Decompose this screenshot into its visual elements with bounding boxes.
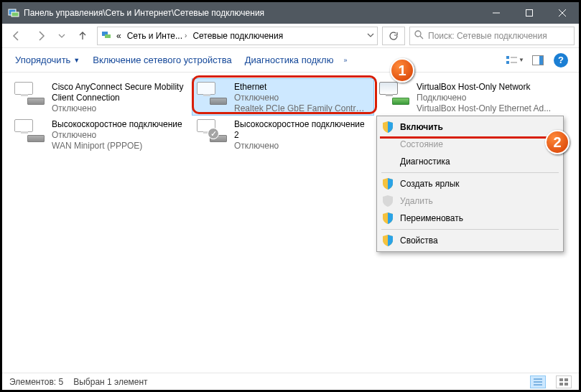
separator xyxy=(381,172,559,173)
search-box[interactable]: Поиск: Сетевые подключения xyxy=(409,27,575,45)
search-placeholder: Поиск: Сетевые подключения xyxy=(428,31,547,41)
nic-icon: ✓ xyxy=(197,119,228,148)
item-device: Realtek PCIe GbE Family Controller xyxy=(234,103,369,114)
shield-icon xyxy=(381,234,394,247)
ctx-properties[interactable]: Свойства xyxy=(378,232,562,249)
status-bar: Элементов: 5 Выбран 1 элемент xyxy=(2,373,579,390)
close-button[interactable] xyxy=(546,2,579,24)
window: Панель управления\Сеть и Интернет\Сетевы… xyxy=(0,0,581,392)
crumb-back[interactable]: « xyxy=(115,29,123,42)
check-icon: ✓ xyxy=(208,128,219,139)
svg-rect-19 xyxy=(559,378,563,381)
address-dropdown[interactable] xyxy=(367,32,374,40)
address-bar-row: « Сеть и Инте...› Сетевые подключения По… xyxy=(2,24,579,48)
shield-icon xyxy=(381,212,394,225)
item-status: Отключено xyxy=(52,130,187,141)
connection-item-ethernet[interactable]: Ethernet Отключено Realtek PCIe GbE Fami… xyxy=(192,78,374,116)
organize-button[interactable]: Упорядочить▼ xyxy=(11,52,84,68)
window-title: Панель управления\Сеть и Интернет\Сетевы… xyxy=(24,8,480,18)
connection-item-broadband2[interactable]: ✓ Высокоскоростное подключение 2 Отключе… xyxy=(192,116,374,153)
maximize-button[interactable] xyxy=(513,2,546,24)
search-icon xyxy=(414,30,424,42)
item-name: Высокоскоростное подключение xyxy=(52,119,187,130)
ctx-enable[interactable]: Включить xyxy=(378,118,562,136)
refresh-button[interactable] xyxy=(382,27,405,45)
item-status: Отключено xyxy=(234,141,369,151)
ctx-diagnose[interactable]: Диагностика xyxy=(378,153,562,170)
ctx-shortcut[interactable]: Создать ярлык xyxy=(378,175,562,192)
svg-point-8 xyxy=(415,31,421,37)
chevron-right-icon: › xyxy=(185,32,187,39)
item-device: WAN Miniport (PPPOE) xyxy=(52,141,187,151)
enable-device-button[interactable]: Включение сетевого устройства xyxy=(88,52,236,68)
window-buttons xyxy=(480,2,579,24)
overflow-button[interactable]: » xyxy=(342,54,348,67)
back-button[interactable] xyxy=(6,27,27,45)
svg-rect-22 xyxy=(564,383,568,386)
svg-rect-1 xyxy=(11,12,19,17)
svg-rect-20 xyxy=(564,378,568,381)
window-icon xyxy=(8,7,19,19)
svg-rect-11 xyxy=(506,61,509,64)
item-status: Отключено xyxy=(52,103,187,114)
item-status: Подключено xyxy=(417,93,552,103)
preview-pane-button[interactable] xyxy=(529,51,547,70)
shield-icon xyxy=(381,195,394,207)
help-icon: ? xyxy=(554,53,568,67)
status-count: Элементов: 5 xyxy=(9,377,63,387)
connection-item-virtualbox[interactable]: VirtualBox Host-Only Network Подключено … xyxy=(374,78,557,116)
svg-rect-3 xyxy=(526,10,533,17)
connection-item-broadband1[interactable]: Высокоскоростное подключение Отключено W… xyxy=(9,116,192,153)
item-status: Отключено xyxy=(234,93,369,103)
status-selection: Выбран 1 элемент xyxy=(73,377,147,387)
svg-line-9 xyxy=(420,36,423,39)
diagnose-button[interactable]: Диагностика подклю xyxy=(241,52,338,68)
toolbar: Упорядочить▼ Включение сетевого устройст… xyxy=(2,48,579,73)
chevron-right-icon: » xyxy=(343,57,347,64)
ctx-rename[interactable]: Переименовать xyxy=(378,210,562,227)
connection-item-cisco[interactable]: Cisco AnyConnect Secure Mobility Client … xyxy=(9,78,192,116)
item-name: VirtualBox Host-Only Network xyxy=(417,82,552,93)
ctx-status: Состояние xyxy=(378,136,562,153)
svg-rect-21 xyxy=(559,383,563,386)
nic-icon xyxy=(379,82,411,111)
up-button[interactable] xyxy=(73,27,93,45)
nic-icon xyxy=(14,119,46,148)
address-box[interactable]: « Сеть и Инте...› Сетевые подключения xyxy=(97,27,378,45)
help-button[interactable]: ? xyxy=(552,51,570,70)
content-area: Cisco AnyConnect Secure Mobility Client … xyxy=(2,73,579,373)
shield-icon xyxy=(381,121,394,134)
icons-view-button[interactable] xyxy=(556,375,572,388)
titlebar: Панель управления\Сеть и Интернет\Сетевы… xyxy=(2,2,579,24)
chevron-down-icon: ▼ xyxy=(73,57,80,64)
history-dropdown[interactable] xyxy=(55,27,68,45)
crumb-1[interactable]: Сеть и Инте...› xyxy=(126,29,189,42)
minimize-button[interactable] xyxy=(480,2,513,24)
nic-icon xyxy=(197,82,228,111)
forward-button[interactable] xyxy=(31,27,51,45)
location-icon xyxy=(101,29,112,42)
context-menu: Включить Состояние Диагностика Создать я… xyxy=(376,116,564,252)
item-device: VirtualBox Host-Only Ethernet Ad... xyxy=(417,103,552,114)
svg-rect-15 xyxy=(539,56,543,65)
details-view-button[interactable] xyxy=(530,375,546,388)
view-options-button[interactable]: ▼ xyxy=(506,51,524,70)
separator xyxy=(381,229,559,230)
item-name: Cisco AnyConnect Secure Mobility Client … xyxy=(52,82,187,103)
nic-icon xyxy=(14,82,46,111)
shield-icon xyxy=(381,177,394,190)
crumb-2[interactable]: Сетевые подключения xyxy=(191,29,284,42)
item-name: Ethernet xyxy=(234,82,369,93)
item-name: Высокоскоростное подключение 2 xyxy=(234,119,369,141)
svg-rect-10 xyxy=(506,56,509,59)
ctx-delete: Удалить xyxy=(378,192,562,210)
svg-rect-7 xyxy=(105,34,111,38)
